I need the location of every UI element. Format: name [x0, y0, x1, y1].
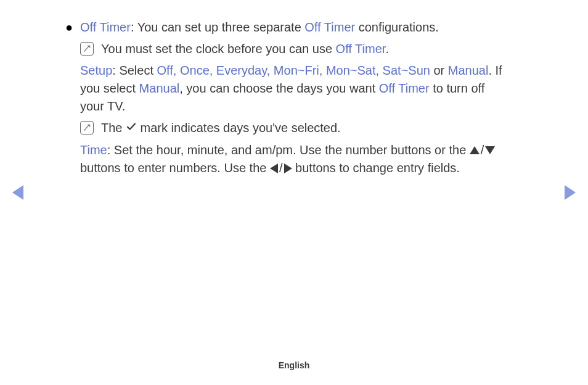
text: : Select	[112, 64, 157, 77]
triangle-left-icon	[270, 164, 278, 173]
keyword-off-timer: Off Timer	[80, 20, 131, 34]
keyword-off-timer: Off Timer	[304, 20, 355, 34]
keyword-manual: Manual	[448, 64, 489, 77]
note-icon	[80, 121, 94, 135]
text: buttons to enter numbers. Use the	[80, 161, 270, 175]
nav-prev-button[interactable]	[12, 185, 23, 200]
text: configurations.	[355, 20, 439, 34]
text: : Set the hour, minute, and am/pm. Use t…	[107, 143, 470, 157]
nav-next-button[interactable]	[565, 185, 576, 200]
keyword-setup: Setup	[80, 64, 112, 77]
keyword-off-timer: Off Timer	[336, 42, 386, 56]
note-icon	[80, 42, 94, 56]
slash: /	[481, 143, 484, 157]
text: The	[101, 121, 126, 135]
keyword-off-timer: Off Timer	[379, 81, 430, 95]
slash: /	[279, 161, 283, 175]
footer-language: English	[0, 360, 588, 370]
bullet-marker: ●	[65, 19, 73, 36]
setup-paragraph: Setup: Select Off, Once, Everyday, Mon~F…	[80, 62, 508, 115]
keyword-options: Off, Once, Everyday, Mon~Fri, Mon~Sat, S…	[157, 64, 430, 77]
text: : You can set up three separate	[131, 20, 304, 34]
keyword-time: Time	[80, 143, 107, 157]
time-paragraph: Time: Set the hour, minute, and am/pm. U…	[80, 141, 508, 177]
triangle-right-icon	[284, 164, 292, 173]
text: mark indicates days you've selected.	[137, 121, 341, 135]
text: buttons to change entry fields.	[292, 161, 460, 175]
text: , you can choose the days you want	[179, 81, 379, 95]
text: or	[430, 64, 448, 77]
keyword-manual: Manual	[139, 81, 180, 95]
triangle-up-icon	[470, 146, 480, 154]
note-checkmark: The mark indicates days you've selected.	[80, 119, 508, 138]
checkmark-icon	[126, 119, 137, 137]
bullet-off-timer: ● Off Timer: You can set up three separa…	[80, 19, 508, 177]
triangle-down-icon	[485, 146, 495, 154]
document-body: ● Off Timer: You can set up three separa…	[0, 0, 588, 177]
text: .	[385, 42, 389, 56]
text: You must set the clock before you can us…	[101, 42, 336, 56]
note-clock: You must set the clock before you can us…	[80, 40, 508, 58]
